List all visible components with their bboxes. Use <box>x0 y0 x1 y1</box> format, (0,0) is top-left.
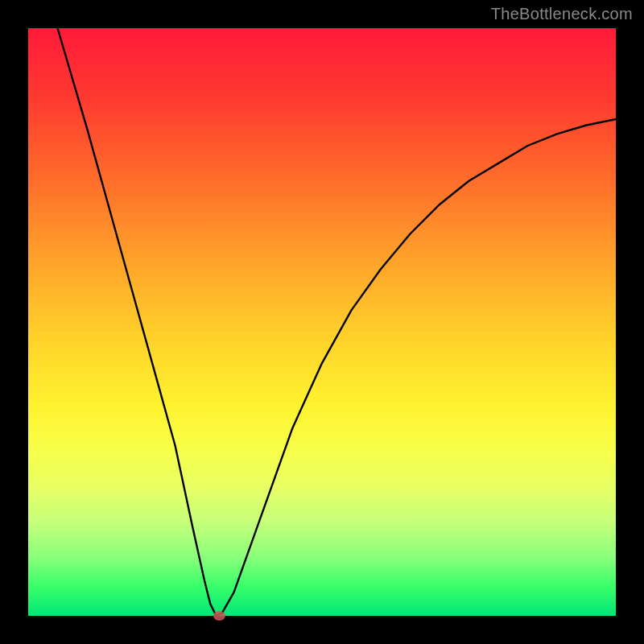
watermark-text: TheBottleneck.com <box>491 5 633 23</box>
bottleneck-curve <box>58 28 617 616</box>
optimum-marker <box>213 611 225 621</box>
plot-area <box>28 28 616 616</box>
curve-svg <box>28 28 616 616</box>
chart-frame: TheBottleneck.com <box>0 0 644 644</box>
